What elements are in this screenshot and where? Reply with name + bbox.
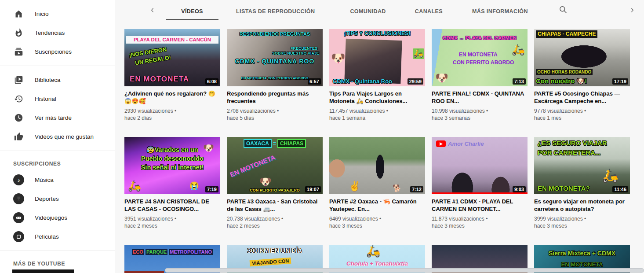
video-title[interactable]: PARTE #4 SAN CRISTOBAL DE LAS CASAS - OC… bbox=[124, 198, 220, 213]
search-icon[interactable] bbox=[559, 5, 569, 16]
thumbs-up-icon bbox=[13, 131, 24, 142]
watched-progress-bar bbox=[432, 192, 528, 194]
more-from-youtube-header: MÁS DE YOUTUBE bbox=[0, 255, 115, 270]
thumbnail-text: CDMX - QUINTANA ROO bbox=[227, 58, 323, 65]
video-card[interactable]: ¡TIPS Y CONCLUSIONES! 🐶 🛵 CDMX - Quintan… bbox=[329, 29, 425, 137]
sidebar-item-label: Videos que me gustan bbox=[35, 133, 94, 140]
home-icon bbox=[13, 8, 24, 19]
thumbnail-text: SOBRE NUESTRO VIAJE bbox=[272, 52, 319, 56]
sidebar-item-videos-que-me-gustan[interactable]: Videos que me gustan bbox=[0, 127, 115, 146]
duration-badge: 19:07 bbox=[305, 186, 321, 192]
duration-badge: 6:57 bbox=[308, 78, 321, 85]
sidebar-item-peliculas[interactable]: Películas bbox=[0, 227, 115, 246]
video-thumbnail[interactable]: CDMX → PLAYA DEL CARMEN EN MOTONETA CON … bbox=[432, 29, 528, 86]
sidebar-item-videojuegos[interactable]: Videojuegos bbox=[0, 208, 115, 227]
subscriptions-icon bbox=[13, 46, 24, 57]
video-thumbnail[interactable]: 😰Varados en un Pueblo desconocido Sin se… bbox=[124, 137, 220, 194]
peace-hand-emoji: ✌ bbox=[349, 181, 360, 192]
video-card[interactable]: ¿ES SEGURO VIAJAR POR CARRETERA... EN MO… bbox=[534, 137, 630, 245]
sidebar-item-deportes[interactable]: Deportes bbox=[0, 189, 115, 208]
sidebar-item-label: Ver más tarde bbox=[35, 114, 72, 121]
sidebar-item-biblioteca[interactable]: Biblioteca bbox=[0, 70, 115, 89]
thumbnail-text: Sierra Mixteca + CDMX bbox=[534, 250, 630, 257]
video-card[interactable]: PLAYA DEL CARMEN - CANCÚN ¡NOS DIERON UN… bbox=[124, 29, 220, 137]
channel-tab-bar: VÍDEOS LISTAS DE REPRODUCCIÓN COMUNIDAD … bbox=[115, 0, 644, 20]
scooter-emoji: 🛵 bbox=[602, 168, 619, 183]
video-thumbnail[interactable]: ¿ES SEGURO VIAJAR POR CARRETERA... EN MO… bbox=[534, 137, 630, 194]
video-thumbnail[interactable]: RESPONDIENDO PREGUNTAS FRECUENTES SOBRE … bbox=[227, 29, 323, 86]
thumbnail-text: EN MOTONETA bbox=[229, 154, 277, 178]
sidebar-item-tendencias[interactable]: Tendencias bbox=[0, 23, 115, 42]
thumbnail-text: PLAYA DEL CARMEN - CANCÚN bbox=[126, 36, 218, 44]
sidebar-divider bbox=[0, 66, 115, 66]
video-views: 10.998 visualizaciones • bbox=[432, 107, 528, 114]
thumbnail-text: Cholula + Tonahuixtla bbox=[329, 261, 425, 267]
video-title[interactable]: PARTE #3 Oaxaca - San Cristobal de las C… bbox=[227, 198, 323, 213]
dog-emoji: 🐶 bbox=[203, 143, 214, 153]
tab-canales[interactable]: CANALES bbox=[415, 1, 443, 20]
thumbnail-text: EN MOTONETA bbox=[534, 262, 630, 268]
video-thumbnail[interactable]: Amor Charlie 9:03 bbox=[432, 137, 528, 194]
crying-emoji: 😭 bbox=[189, 182, 199, 191]
video-card[interactable]: CHIAPAS - CAMPECHE OCHO HORAS RODANDO Co… bbox=[534, 29, 630, 137]
video-title[interactable]: Tips Para Viajes Largos en Motoneta 🛵 Co… bbox=[329, 90, 425, 105]
thumbnail-text: CDMX → PLAYA DEL CARMEN bbox=[432, 35, 528, 41]
sidebar-divider bbox=[0, 151, 115, 151]
video-title[interactable]: PARTE FINAL! CDMX - QUINTANA ROO EN... bbox=[432, 90, 528, 105]
thumbnail-text: CON PERRITO ABORDO bbox=[453, 60, 514, 66]
sidebar-item-historial[interactable]: Historial bbox=[0, 89, 115, 108]
thumbnail-text: ECO PARQUE METROPOLITANO bbox=[124, 249, 220, 255]
horizontal-scrollbar[interactable] bbox=[165, 268, 644, 273]
chevron-left-icon[interactable] bbox=[147, 5, 158, 15]
video-card[interactable]: RESPONDIENDO PREGUNTAS FRECUENTES SOBRE … bbox=[227, 29, 323, 137]
dog-emoji: 🐕 bbox=[393, 184, 401, 192]
video-age: hace 1 mes bbox=[534, 114, 630, 122]
video-thumbnail[interactable]: ¡TIPS Y CONCLUSIONES! 🐶 🛵 CDMX - Quintan… bbox=[329, 29, 425, 86]
video-views: 9778 visualizaciones • bbox=[534, 107, 630, 114]
chevron-right-icon[interactable] bbox=[627, 5, 637, 15]
thumbnail-text: ¡TIPS Y CONCLUSIONES! bbox=[329, 31, 425, 37]
video-title[interactable]: ¿Adivinen qué nos regalaron? 🤭😱😍🥰 bbox=[124, 90, 220, 105]
scooter-emoji: 🛵 bbox=[128, 180, 141, 192]
sidebar-item-suscripciones[interactable]: Suscripciones bbox=[0, 42, 115, 61]
thumbnail-text: CDMX - Quintana Roo bbox=[333, 78, 392, 85]
video-card[interactable]: 😰Varados en un Pueblo desconocido Sin se… bbox=[124, 137, 220, 245]
tab-listas-de-reproduccion[interactable]: LISTAS DE REPRODUCCIÓN bbox=[236, 1, 315, 20]
music-note-icon: ♪ bbox=[13, 174, 24, 185]
video-card[interactable]: OAXACA=CHIAPAS EN MOTONETA 🐶 CON PERRITO… bbox=[227, 137, 323, 245]
video-card[interactable]: CDMX → PLAYA DEL CARMEN EN MOTONETA CON … bbox=[432, 29, 528, 137]
sidebar-item-musica[interactable]: ♪ Música bbox=[0, 170, 115, 189]
thumbnail-text: ¿ES SEGURO VIAJAR bbox=[538, 140, 607, 147]
thumbnail-text: EN MOTONETA bbox=[130, 75, 189, 84]
sidebar-item-ver-mas-tarde[interactable]: Ver más tarde bbox=[0, 108, 115, 127]
sidebar-item-inicio[interactable]: Inicio bbox=[0, 4, 115, 23]
video-age: hace 3 meses bbox=[329, 222, 425, 229]
duration-badge: 7:13 bbox=[513, 78, 526, 85]
tab-videos[interactable]: VÍDEOS bbox=[166, 1, 218, 20]
duration-badge: 17:19 bbox=[612, 78, 628, 85]
video-title[interactable]: Respondiendo preguntas más frecuentes bbox=[227, 90, 323, 105]
sidebar-item-label: Deportes bbox=[35, 196, 59, 202]
video-title[interactable]: Es seguro viajar en motoneta por carrete… bbox=[534, 198, 630, 213]
sidebar: Inicio Tendencias Suscripciones Bibliote… bbox=[0, 0, 115, 273]
duration-badge: 11:46 bbox=[612, 186, 628, 192]
video-card[interactable]: ✌ 🐕 7:12 PARTE #2 Oaxaca - 🦐 Camarón Yau… bbox=[329, 137, 425, 245]
video-grid: PLAYA DEL CARMEN - CANCÚN ¡NOS DIERON UN… bbox=[124, 29, 630, 273]
video-card[interactable]: Amor Charlie 9:03 PARTE #1 CDMX - PLAYA … bbox=[432, 137, 528, 245]
video-thumbnail[interactable]: ✌ 🐕 7:12 bbox=[329, 137, 425, 194]
sidebar-item-label: Historial bbox=[35, 96, 56, 102]
video-title[interactable]: PARTE #5 Ocosingo Chiapas —Escárcega Cam… bbox=[534, 90, 630, 105]
video-views: 2930 visualizaciones • bbox=[124, 107, 220, 114]
tab-comunidad[interactable]: COMUNIDAD bbox=[350, 1, 386, 20]
video-title[interactable]: PARTE #2 Oaxaca - 🦐 Camarón Yautepec. En… bbox=[329, 198, 425, 213]
scooter-emoji: 🛵 bbox=[366, 245, 380, 258]
video-thumbnail[interactable]: OAXACA=CHIAPAS EN MOTONETA 🐶 CON PERRITO… bbox=[227, 137, 323, 194]
video-thumbnail[interactable]: CHIAPAS - CAMPECHE OCHO HORAS RODANDO Co… bbox=[534, 29, 630, 86]
thumbnail-text: FRECUENTES bbox=[291, 47, 317, 51]
video-title[interactable]: PARTE #1 CDMX - PLAYA DEL CARMEN EN MOTO… bbox=[432, 198, 528, 213]
video-thumbnail[interactable]: PLAYA DEL CARMEN - CANCÚN ¡NOS DIERON UN… bbox=[124, 29, 220, 86]
video-views: 3999 visualizaciones • bbox=[534, 215, 630, 222]
duration-badge: 6:08 bbox=[205, 78, 218, 85]
tab-mas-informacion[interactable]: MÁS INFORMACIÓN bbox=[472, 1, 528, 20]
video-views: 20.738 visualizaciones • bbox=[227, 215, 323, 222]
